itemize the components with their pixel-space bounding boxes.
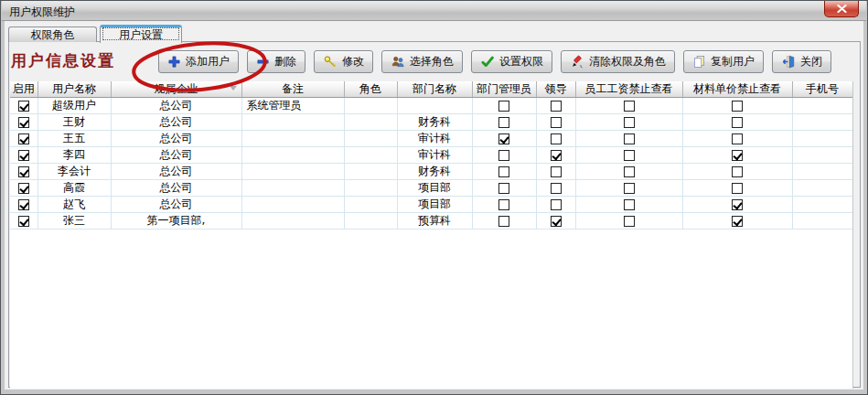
checkbox-cell xyxy=(472,114,536,131)
checkbox-unchecked[interactable] xyxy=(551,101,562,112)
checkbox-unchecked[interactable] xyxy=(624,117,635,128)
checkbox-checked[interactable] xyxy=(18,166,29,177)
checkbox-unchecked[interactable] xyxy=(551,133,562,144)
checkbox-unchecked[interactable] xyxy=(624,133,635,144)
tab-permission-roles[interactable]: 权限角色 xyxy=(8,27,97,42)
checkbox-unchecked[interactable] xyxy=(551,199,562,210)
table-row[interactable]: 王五总公司审计科 xyxy=(10,131,852,147)
add-user-button[interactable]: 添加用户 xyxy=(158,50,239,73)
close-dialog-button[interactable]: 关闭 xyxy=(772,50,831,73)
clear-permission-button[interactable]: 清除权限及角色 xyxy=(561,50,675,73)
checkbox-checked[interactable] xyxy=(732,150,743,161)
text-cell: 系统管理员 xyxy=(241,98,344,114)
checkbox-unchecked[interactable] xyxy=(732,101,743,112)
window-close-button[interactable] xyxy=(824,1,859,17)
text-cell xyxy=(344,98,397,114)
checkbox-unchecked[interactable] xyxy=(624,216,635,227)
checkbox-cell xyxy=(472,98,536,114)
checkbox-checked[interactable] xyxy=(18,183,29,194)
copy-user-button[interactable]: 复制用户 xyxy=(683,50,764,73)
checkbox-checked[interactable] xyxy=(18,101,29,112)
window-title: 用户权限维护 xyxy=(9,5,75,20)
checkbox-unchecked[interactable] xyxy=(551,166,562,177)
text-cell: 总公司 xyxy=(111,164,241,180)
select-role-button[interactable]: 选择角色 xyxy=(381,50,463,73)
text-cell: 总公司 xyxy=(111,131,241,147)
checkbox-unchecked[interactable] xyxy=(498,216,509,227)
checkbox-checked[interactable] xyxy=(18,216,29,227)
checkbox-checked[interactable] xyxy=(732,199,743,210)
table-row[interactable]: 高霞总公司项目部 xyxy=(10,180,852,197)
checkbox-checked[interactable] xyxy=(551,216,562,227)
checkbox-checked[interactable] xyxy=(18,150,29,161)
column-header[interactable]: 角色 xyxy=(344,81,397,98)
table-row[interactable]: 张三第一项目部,预算科 xyxy=(10,213,852,230)
toolbar: 添加用户 删除 修改 xyxy=(158,50,831,73)
set-permission-button[interactable]: 设置权限 xyxy=(471,50,552,73)
text-cell xyxy=(241,180,344,197)
checkbox-cell xyxy=(536,98,575,114)
checkbox-checked[interactable] xyxy=(18,117,29,128)
table-row[interactable]: 超级用户总公司系统管理员 xyxy=(10,98,852,114)
delete-button[interactable]: 删除 xyxy=(247,50,305,73)
clear-permission-label: 清除权限及角色 xyxy=(589,54,666,69)
checkbox-unchecked[interactable] xyxy=(624,183,635,194)
checkbox-cell xyxy=(10,213,38,230)
checkbox-unchecked[interactable] xyxy=(498,117,509,128)
checkbox-unchecked[interactable] xyxy=(551,117,562,128)
checkbox-unchecked[interactable] xyxy=(732,133,743,144)
checkbox-cell xyxy=(682,98,792,114)
text-cell xyxy=(397,98,472,114)
delete-icon xyxy=(256,55,270,69)
sort-indicator-icon xyxy=(230,86,237,94)
text-cell xyxy=(241,114,344,131)
checkbox-unchecked[interactable] xyxy=(732,166,743,177)
checkbox-unchecked[interactable] xyxy=(624,150,635,161)
checkbox-unchecked[interactable] xyxy=(498,166,509,177)
checkbox-unchecked[interactable] xyxy=(498,101,509,112)
text-cell xyxy=(241,147,344,164)
text-cell xyxy=(792,114,852,131)
table-row[interactable]: 李四总公司审计科 xyxy=(10,147,852,164)
edit-key-icon xyxy=(323,55,338,69)
column-header[interactable]: 材料单价禁止查看 xyxy=(682,81,792,98)
column-header[interactable]: 领导 xyxy=(536,81,575,98)
column-header[interactable]: 手机号 xyxy=(792,81,852,98)
checkbox-cell xyxy=(575,164,682,180)
table-row[interactable]: 赵飞总公司项目部 xyxy=(10,197,852,213)
edit-button[interactable]: 修改 xyxy=(314,50,373,73)
column-header[interactable]: 启用 xyxy=(10,81,38,98)
checkbox-checked[interactable] xyxy=(498,133,509,144)
table-row[interactable]: 李会计总公司财务科 xyxy=(10,164,852,180)
column-header[interactable]: 用户名称 xyxy=(38,81,111,98)
checkbox-checked[interactable] xyxy=(18,133,29,144)
checkbox-unchecked[interactable] xyxy=(551,183,562,194)
checkbox-unchecked[interactable] xyxy=(624,166,635,177)
table-row[interactable]: 王财总公司财务科 xyxy=(10,114,852,131)
checkbox-cell xyxy=(10,147,38,164)
text-cell: 李会计 xyxy=(38,164,111,180)
text-cell xyxy=(344,114,397,131)
column-header[interactable]: 备注 xyxy=(241,81,344,98)
checkbox-checked[interactable] xyxy=(732,216,743,227)
checkbox-cell xyxy=(575,197,682,213)
text-cell xyxy=(241,197,344,213)
checkbox-unchecked[interactable] xyxy=(732,183,743,194)
text-cell: 超级用户 xyxy=(38,98,111,114)
checkbox-checked[interactable] xyxy=(551,150,562,161)
checkbox-unchecked[interactable] xyxy=(498,183,509,194)
checkbox-unchecked[interactable] xyxy=(498,150,509,161)
column-header[interactable]: 部门名称 xyxy=(397,81,472,98)
checkbox-cell xyxy=(536,114,575,131)
checkbox-cell xyxy=(575,98,682,114)
checkbox-unchecked[interactable] xyxy=(732,117,743,128)
column-header[interactable]: 规属企业 xyxy=(111,81,241,98)
checkbox-checked[interactable] xyxy=(18,199,29,210)
checkbox-unchecked[interactable] xyxy=(624,101,635,112)
checkbox-unchecked[interactable] xyxy=(498,199,509,210)
column-header[interactable]: 员工工资禁止查看 xyxy=(575,81,682,98)
checkbox-cell xyxy=(575,114,682,131)
tab-user-settings[interactable]: 用户设置 xyxy=(100,25,182,43)
checkbox-unchecked[interactable] xyxy=(624,199,635,210)
column-header[interactable]: 部门管理员 xyxy=(472,81,536,98)
